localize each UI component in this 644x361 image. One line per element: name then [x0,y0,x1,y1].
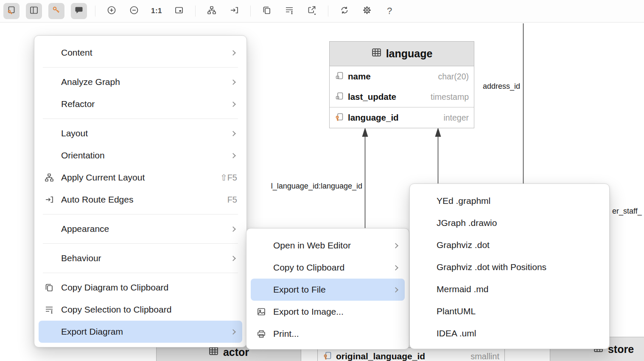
toolbar-separator [95,6,95,17]
menu-item-mermaid-md[interactable]: Mermaid .md [414,278,605,300]
column-row-name[interactable]: name char(20) [330,66,474,87]
menu-separator [43,214,238,214]
submenu-arrow-icon [230,131,236,136]
menu-item-appearance[interactable]: Appearance [39,218,242,240]
submenu-arrow-icon [393,243,398,248]
table-language-header[interactable]: language [330,42,474,66]
menu-item-refactor[interactable]: Refactor [39,93,242,115]
export-format-submenu: YEd .graphml JGraph .drawio Graphviz .do… [409,183,610,349]
table-title: language [386,48,433,60]
menu-item-export-to-image[interactable]: Export to Image... [251,301,405,323]
menu-separator [43,67,238,68]
menu-item-jgraph-drawio[interactable]: JGraph .drawio [414,212,605,234]
menu-item-plantuml[interactable]: PlantUML [414,300,605,322]
submenu-arrow-icon [230,226,236,232]
table-title: store [608,343,634,355]
apply-layout-button[interactable] [204,3,220,19]
export-icon [307,5,317,17]
diagram-toolbar: 1:1 [0,0,644,23]
menu-item-behaviour[interactable]: Behaviour [39,247,242,269]
image-icon [257,307,270,316]
menu-item-graphviz-dot[interactable]: Graphviz .dot [414,234,605,256]
column-icon [335,71,344,82]
menu-item-copy-to-clipboard[interactable]: Copy to Clipboard [251,257,405,279]
columns-panel-toggle-button[interactable] [26,3,42,19]
printer-icon [257,329,270,338]
menu-separator [43,118,238,119]
fit-content-button[interactable] [171,3,187,19]
submenu-arrow-icon [393,265,398,271]
menu-separator [43,273,238,273]
menu-item-content[interactable]: Content [39,42,242,64]
menu-item-orientation[interactable]: Orientation [39,144,242,166]
menu-item-analyze-graph[interactable]: Analyze Graph [39,71,242,93]
fit-content-icon [174,6,184,17]
menu-item-copy-diagram-to-clipboard[interactable]: Copy Diagram to Clipboard [39,276,242,299]
table-grid-icon [371,47,382,60]
menu-item-graphviz-dot-positions[interactable]: Graphviz .dot with Positions [414,256,605,278]
zoom-in-button[interactable] [104,3,120,19]
submenu-arrow-icon [230,256,236,261]
columns-panel-icon [29,6,39,17]
column-icon [335,91,344,102]
table-language[interactable]: language name char(20) last_update times… [329,41,474,128]
settings-button[interactable] [359,3,375,19]
foreign-key-icon [323,351,332,361]
menu-item-yed-graphml[interactable]: YEd .graphml [414,190,605,212]
zoom-out-icon [129,5,139,17]
hierarchy-layout-icon [45,173,58,182]
key-icon [52,6,61,17]
column-row-last-update[interactable]: last_update timestamp [330,87,474,107]
menu-item-open-in-web-editor[interactable]: Open in Web Editor [251,234,405,257]
menu-item-auto-route-edges[interactable]: Auto Route Edges F5 [39,189,242,211]
toolbar-separator [195,6,196,17]
refresh-icon [339,5,350,17]
actual-size-button[interactable]: 1:1 [148,3,165,19]
menu-item-print[interactable]: Print... [251,323,405,345]
table-title: actor [223,346,249,358]
primary-key-icon [335,112,344,123]
menu-separator [43,243,238,244]
export-diagram-submenu: Open in Web Editor Copy to Clipboard Exp… [246,228,409,350]
menu-item-idea-uml[interactable]: IDEA .uml [414,322,605,344]
copy-diagram-button[interactable] [259,3,275,19]
menu-item-export-diagram[interactable]: Export Diagram [39,321,242,343]
zoom-out-button[interactable] [126,3,142,19]
refresh-button[interactable] [336,3,353,19]
menu-item-layout[interactable]: Layout [39,122,242,144]
submenu-arrow-icon [230,102,236,107]
comment-icon [74,6,84,17]
export-button[interactable] [304,3,320,19]
column-row-language-id[interactable]: language_id integer [330,107,474,128]
copy-selection-icon [45,305,58,314]
context-menu: Content Analyze Graph Refactor Layout Or… [34,35,247,347]
submenu-arrow-icon [230,153,236,158]
gear-icon [362,5,372,17]
table-key-icon [7,6,16,17]
copy-selection-icon [285,6,294,17]
comments-toggle-button[interactable] [71,3,87,19]
toolbar-separator [328,6,328,17]
edge-label-staff: er_staff_ [612,207,642,216]
submenu-arrow-icon [230,79,236,85]
toolbar-separator [250,6,251,17]
actual-size-label: 1:1 [151,7,162,15]
help-icon: ? [387,6,392,17]
table-grid-icon [208,346,219,359]
menu-item-apply-current-layout[interactable]: Apply Current Layout ⇧F5 [39,166,242,189]
submenu-arrow-icon [230,329,236,335]
table-key-toggle-button[interactable] [3,3,20,19]
help-button[interactable]: ? [381,3,398,19]
menu-item-copy-selection-to-clipboard[interactable]: Copy Selection to Clipboard [39,299,242,321]
edge-label-address-id: address_id [470,82,520,91]
auto-route-icon [230,6,239,17]
submenu-arrow-icon [393,287,398,293]
key-toggle-button[interactable] [48,3,64,19]
hierarchy-layout-icon [207,6,216,17]
copy-selection-button[interactable] [281,3,297,19]
zoom-in-icon [106,5,117,17]
copy-icon [262,6,272,17]
menu-item-export-to-file[interactable]: Export to File [251,279,405,301]
copy-icon [45,283,58,292]
auto-route-edges-button[interactable] [226,3,242,19]
